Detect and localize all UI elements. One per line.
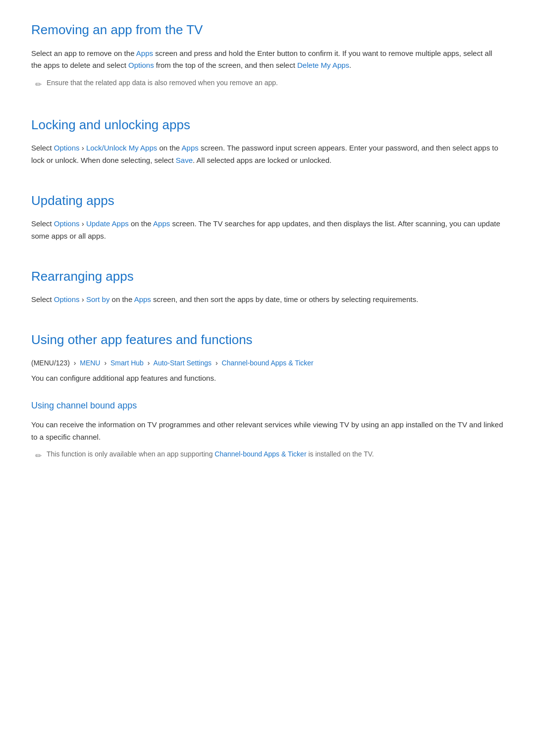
section-title-other-features: Using other app features and functions xyxy=(31,330,504,351)
link-apps-2[interactable]: Apps xyxy=(182,144,199,152)
section-updating: Updating apps Select Options › Update Ap… xyxy=(31,191,504,243)
section-body-updating: Select Options › Update Apps on the Apps… xyxy=(31,218,504,243)
section-title-locking: Locking and unlocking apps xyxy=(31,115,504,136)
section-body-removing: Select an app to remove on the Apps scre… xyxy=(31,48,504,72)
link-smart-hub[interactable]: Smart Hub xyxy=(110,359,144,367)
breadcrumb-menu123: (MENU/123) xyxy=(31,359,70,367)
link-options-4[interactable]: Options xyxy=(54,295,80,303)
link-delete-my-apps[interactable]: Delete My Apps xyxy=(297,61,349,69)
section-other-features: Using other app features and functions (… xyxy=(31,330,504,462)
note-removing: ✏ Ensure that the related app data is al… xyxy=(31,78,504,91)
note-text-channel-bound: This function is only available when an … xyxy=(47,449,374,460)
note-channel-bound: ✏ This function is only available when a… xyxy=(31,449,504,462)
section-body-rearranging: Select Options › Sort by on the Apps scr… xyxy=(31,294,504,306)
section-title-updating: Updating apps xyxy=(31,191,504,211)
breadcrumb-other-features: (MENU/123) › MENU › Smart Hub › Auto-Sta… xyxy=(31,357,504,368)
note-icon-channel-bound: ✏ xyxy=(35,450,42,462)
link-lock-unlock[interactable]: Lock/Unlock My Apps xyxy=(86,144,157,152)
subsection-title-channel-bound: Using channel bound apps xyxy=(31,399,504,413)
link-menu[interactable]: MENU xyxy=(80,359,100,367)
link-channel-bound-apps-ticker-1[interactable]: Channel-bound Apps & Ticker xyxy=(222,359,314,367)
link-auto-start-settings[interactable]: Auto-Start Settings xyxy=(154,359,212,367)
breadcrumb-sep-2: › xyxy=(104,359,107,367)
subsection-body-channel-bound: You can receive the information on TV pr… xyxy=(31,419,504,444)
section-title-rearranging: Rearranging apps xyxy=(31,266,504,287)
link-options-2[interactable]: Options xyxy=(54,144,80,152)
subsection-channel-bound: Using channel bound apps You can receive… xyxy=(31,399,504,462)
note-text-removing: Ensure that the related app data is also… xyxy=(47,78,278,89)
breadcrumb-sep-4: › xyxy=(215,359,218,367)
link-apps-3[interactable]: Apps xyxy=(153,219,170,228)
section-body-locking: Select Options › Lock/Unlock My Apps on … xyxy=(31,142,504,167)
link-update-apps[interactable]: Update Apps xyxy=(86,219,129,228)
link-options-1[interactable]: Options xyxy=(128,61,154,69)
section-body-other-features: You can configure additional app feature… xyxy=(31,372,504,385)
link-sort-by[interactable]: Sort by xyxy=(86,295,110,303)
link-apps-1[interactable]: Apps xyxy=(136,49,153,57)
section-title-removing: Removing an app from the TV xyxy=(31,20,504,41)
section-locking: Locking and unlocking apps Select Option… xyxy=(31,115,504,167)
link-options-3[interactable]: Options xyxy=(54,219,80,228)
link-channel-bound-apps-ticker-2[interactable]: Channel-bound Apps & Ticker xyxy=(214,450,306,458)
note-icon-removing: ✏ xyxy=(35,78,42,91)
breadcrumb-sep-3: › xyxy=(148,359,150,367)
breadcrumb-sep-1: › xyxy=(74,359,76,367)
section-removing: Removing an app from the TV Select an ap… xyxy=(31,20,504,91)
link-apps-4[interactable]: Apps xyxy=(134,295,151,303)
section-rearranging: Rearranging apps Select Options › Sort b… xyxy=(31,266,504,306)
link-save[interactable]: Save xyxy=(176,156,193,164)
